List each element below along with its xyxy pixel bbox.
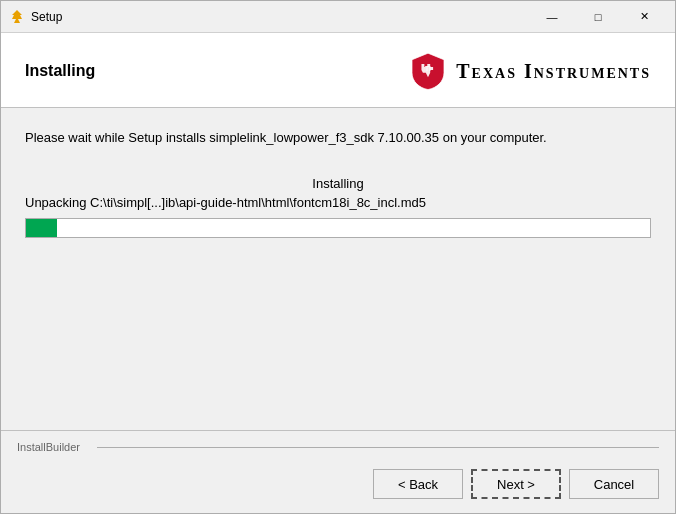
- ti-shield-icon: TI: [408, 51, 448, 91]
- progress-bar-fill: [26, 219, 57, 237]
- footer-section: InstallBuilder < Back Next > Cancel: [1, 430, 675, 513]
- setup-window: Setup — □ ✕ Installing TI Texas Instrume…: [0, 0, 676, 514]
- installbuilder-label: InstallBuilder: [17, 441, 659, 453]
- setup-icon: [9, 9, 25, 25]
- cancel-button[interactable]: Cancel: [569, 469, 659, 499]
- maximize-button[interactable]: □: [575, 1, 621, 33]
- window-controls: — □ ✕: [529, 1, 667, 33]
- next-button[interactable]: Next >: [471, 469, 561, 499]
- header-section: Installing TI Texas Instruments: [1, 33, 675, 108]
- status-label: Installing: [25, 176, 651, 191]
- ti-logo: TI Texas Instruments: [408, 51, 651, 91]
- main-content: Installing TI Texas Instruments Please w…: [1, 33, 675, 513]
- window-title: Setup: [31, 10, 529, 24]
- svg-text:TI: TI: [425, 65, 431, 72]
- ti-brand-text: Texas Instruments: [456, 60, 651, 83]
- progress-bar-container: [25, 218, 651, 238]
- description-text: Please wait while Setup installs simplel…: [25, 128, 651, 148]
- close-button[interactable]: ✕: [621, 1, 667, 33]
- file-path-text: Unpacking C:\ti\simpl[...]ib\api-guide-h…: [25, 195, 651, 210]
- install-section: Installing Unpacking C:\ti\simpl[...]ib\…: [25, 176, 651, 238]
- back-button[interactable]: < Back: [373, 469, 463, 499]
- title-bar: Setup — □ ✕: [1, 1, 675, 33]
- body-section: Please wait while Setup installs simplel…: [1, 108, 675, 430]
- footer-buttons: < Back Next > Cancel: [17, 461, 659, 503]
- page-title: Installing: [25, 62, 95, 80]
- svg-marker-0: [12, 10, 22, 23]
- minimize-button[interactable]: —: [529, 1, 575, 33]
